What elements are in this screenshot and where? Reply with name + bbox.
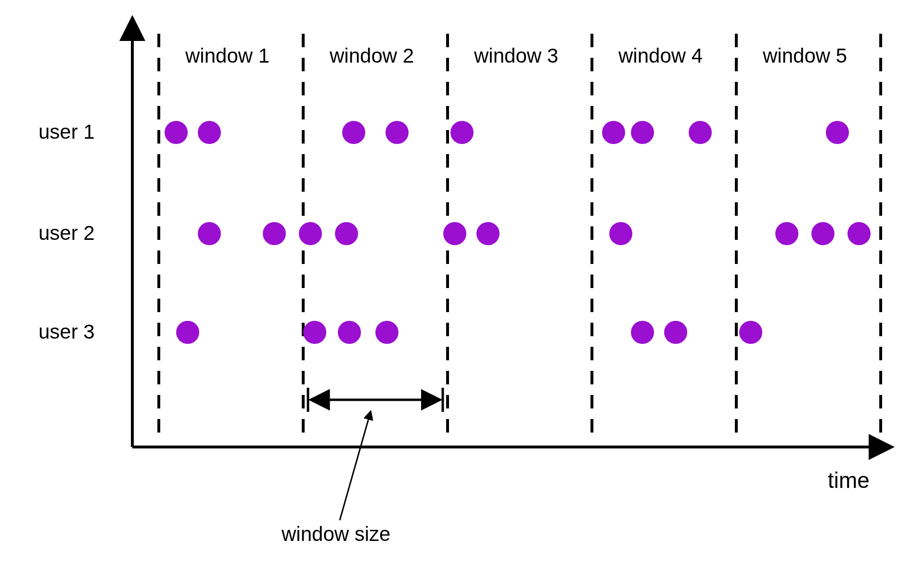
diagram-svg — [0, 0, 924, 565]
window-size-bracket — [308, 388, 443, 412]
event-dot — [609, 222, 632, 245]
event-dot — [198, 121, 221, 144]
event-dot — [176, 321, 199, 344]
event-dot — [338, 321, 361, 344]
event-dot — [443, 222, 466, 245]
window-label-2: window 2 — [330, 44, 414, 67]
window-label-1: window 1 — [185, 44, 270, 67]
window-label-3: window 3 — [474, 44, 558, 67]
event-dot — [775, 222, 798, 245]
event-dot — [299, 222, 322, 245]
x-axis-label: time — [828, 467, 870, 493]
user-label-1: user 1 — [38, 120, 95, 144]
event-dot — [631, 321, 654, 344]
event-dot — [335, 222, 358, 245]
event-dot — [847, 222, 871, 245]
event-dot — [375, 321, 398, 344]
event-dot — [198, 222, 221, 245]
window-size-pointer — [340, 412, 371, 520]
user-label-2: user 2 — [38, 222, 95, 245]
event-dot — [739, 321, 762, 344]
event-dot — [450, 121, 474, 144]
diagram-stage: user 1 user 2 user 3 window 1 window 2 w… — [0, 0, 924, 565]
event-dot — [811, 222, 834, 245]
window-label-5: window 5 — [763, 44, 847, 67]
event-dot — [826, 121, 849, 144]
event-dot — [263, 222, 286, 245]
event-dot — [342, 121, 365, 144]
window-size-label: window size — [282, 523, 390, 546]
window-label-4: window 4 — [618, 44, 703, 67]
event-dot — [303, 321, 326, 344]
event-dot — [689, 121, 712, 144]
user-label-3: user 3 — [38, 320, 95, 343]
event-dot — [664, 321, 687, 344]
event-dot — [165, 121, 188, 144]
event-dot — [602, 121, 625, 144]
event-dot — [476, 222, 500, 245]
event-dot — [385, 121, 409, 144]
event-dot — [631, 121, 654, 144]
event-dots — [165, 121, 871, 344]
